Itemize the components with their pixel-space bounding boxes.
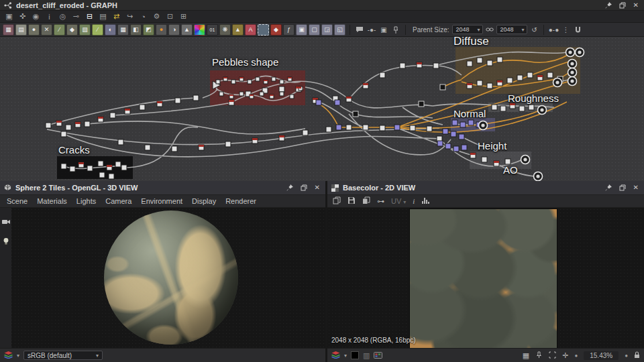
gradient-map-node-icon[interactable]: ▧ xyxy=(79,24,91,36)
comment-icon[interactable] xyxy=(354,24,365,35)
reset-size-icon[interactable]: ↺ xyxy=(529,24,539,35)
lock-icon[interactable] xyxy=(634,351,640,360)
grid-icon[interactable]: ▦ xyxy=(523,351,529,360)
duplicate-view-icon[interactable] xyxy=(333,196,341,206)
center-view-icon[interactable]: ✛ xyxy=(562,351,568,360)
transform-node-icon[interactable] xyxy=(258,24,269,36)
camera-icon[interactable] xyxy=(2,216,10,228)
menu-camera[interactable]: Camera xyxy=(105,197,131,205)
pan-tool-icon[interactable]: ✜ xyxy=(17,11,28,21)
view3d-viewport[interactable] xyxy=(0,208,325,348)
copy-icon[interactable] xyxy=(362,196,370,206)
pin-icon[interactable] xyxy=(286,184,293,191)
mirror-node-icon[interactable]: ◐ xyxy=(105,24,116,36)
info-tool-icon[interactable]: i xyxy=(44,11,55,21)
restore-icon[interactable] xyxy=(301,184,307,191)
basecolor-texture-image[interactable] xyxy=(409,208,557,348)
sharpen-node-icon[interactable]: ◆ xyxy=(66,24,78,36)
shape-node-icon[interactable]: ◧ xyxy=(130,24,142,36)
text-node-icon[interactable]: A xyxy=(245,24,256,36)
zoom-tool-icon[interactable]: ◎ xyxy=(57,11,68,21)
chevron-down-icon[interactable]: ▾ xyxy=(17,353,19,359)
function-node-icon[interactable]: ƒ xyxy=(283,24,294,36)
channels-icon[interactable] xyxy=(331,349,340,361)
frame4-node-icon[interactable]: ◱ xyxy=(334,24,345,36)
parallel-links-icon[interactable]: ⇄ xyxy=(111,11,122,21)
menu-materials[interactable]: Materials xyxy=(37,197,67,205)
menu-lights[interactable]: Lights xyxy=(76,197,96,205)
tile-node-icon[interactable]: ▦ xyxy=(117,24,129,36)
screenshot-icon[interactable]: ◉ xyxy=(30,11,42,21)
image-frame-icon[interactable]: ▣ xyxy=(378,24,389,35)
menu-scene[interactable]: Scene xyxy=(7,197,28,205)
bitmap-node-icon[interactable]: ▦ xyxy=(3,24,14,36)
node-view-icon[interactable]: ⊟ xyxy=(84,11,95,21)
background-color-swatch[interactable] xyxy=(351,351,359,359)
pin-icon[interactable] xyxy=(605,184,612,191)
histogram-node-icon[interactable]: ▲ xyxy=(181,24,193,36)
svg-node-icon[interactable]: ▤ xyxy=(15,24,27,36)
pin-icon[interactable] xyxy=(605,2,612,9)
chevron-down-icon[interactable]: ▾ xyxy=(344,353,347,359)
directional-warp-node-icon[interactable]: ✕ xyxy=(41,24,52,36)
view2d-viewport[interactable]: 2048 x 2048 (RGBA, 16bpc) xyxy=(327,208,644,348)
info-icon[interactable]: i xyxy=(413,197,415,205)
timer-icon[interactable]: ◔ xyxy=(138,11,149,21)
fill-node-icon[interactable]: ◆ xyxy=(270,24,282,36)
link-size-icon[interactable] xyxy=(484,24,495,35)
link-dots-icon[interactable]: ●‑● xyxy=(548,24,559,35)
material-preview-sphere[interactable] xyxy=(104,210,238,345)
close-icon[interactable]: ✕ xyxy=(633,2,639,9)
lightbulb-icon[interactable] xyxy=(3,236,9,248)
blur-node-icon[interactable]: ● xyxy=(28,24,40,36)
graph-canvas[interactable]: Pebbles shape Cracks Diffuse Roughness N… xyxy=(0,37,644,181)
fit-view-icon[interactable] xyxy=(535,351,543,360)
grid-snap-icon[interactable]: ⊞ xyxy=(178,11,189,21)
vertical-dots-icon[interactable]: ⋮ xyxy=(560,24,571,35)
close-icon[interactable]: ✕ xyxy=(633,184,639,191)
frame-pebbles-shape[interactable] xyxy=(210,70,305,105)
monitor-icon[interactable] xyxy=(374,349,382,361)
zoom-in-icon[interactable]: ● xyxy=(625,353,628,359)
color-layers-icon[interactable] xyxy=(4,349,13,361)
restore-icon[interactable] xyxy=(619,2,626,9)
frame2-node-icon[interactable]: ▢ xyxy=(309,24,320,36)
colorspace-select[interactable]: sRGB (default)▾ xyxy=(23,351,103,360)
menu-environment[interactable]: Environment xyxy=(141,197,182,205)
tools-icon[interactable]: ⚙ xyxy=(151,11,162,21)
splatter-node-icon[interactable]: ❋ xyxy=(219,24,231,36)
frame3-node-icon[interactable]: ◲ xyxy=(321,24,333,36)
window-icon[interactable]: ▤ xyxy=(97,11,109,21)
color-wheel-node-icon[interactable] xyxy=(194,24,205,36)
histogram-icon[interactable] xyxy=(421,197,429,206)
zoom-level[interactable]: 15.43% xyxy=(584,351,619,360)
dot-node-icon[interactable]: -●- xyxy=(366,24,377,35)
curve-node-icon[interactable]: ∕ xyxy=(54,24,65,36)
halftone-node-icon[interactable]: ◑ xyxy=(168,24,180,36)
uv-toggle[interactable]: UV ▾ xyxy=(391,197,406,205)
select-tool-icon[interactable]: ▣ xyxy=(3,11,15,21)
close-icon[interactable]: ✕ xyxy=(315,184,320,191)
snap-magnet-icon[interactable] xyxy=(572,24,583,35)
save-icon[interactable] xyxy=(347,196,356,206)
parent-size-select[interactable]: 2048▾ xyxy=(452,25,483,34)
zoom-out-icon[interactable]: ● xyxy=(574,353,578,359)
graph-frames[interactable] xyxy=(57,47,580,179)
flood-fill-node-icon[interactable]: ◩ xyxy=(143,24,154,36)
tiling-icon[interactable]: ▥ xyxy=(363,351,370,360)
elbow-links-icon[interactable]: ↪ xyxy=(124,11,136,21)
menu-display[interactable]: Display xyxy=(192,197,216,205)
link-node-icon[interactable]: ⊶ xyxy=(377,197,384,206)
restore-icon[interactable] xyxy=(619,184,626,191)
output-size-select[interactable]: 2048▾ xyxy=(496,25,527,34)
fx-map-node-icon[interactable]: 01 xyxy=(207,24,218,36)
slope-blur-node-icon[interactable]: ∕ xyxy=(92,24,103,36)
frame-view-icon[interactable] xyxy=(549,351,556,360)
pushpin-icon[interactable] xyxy=(390,24,401,35)
frame-node-icon[interactable]: ▣ xyxy=(296,24,307,36)
gradient-node-icon[interactable]: ▲ xyxy=(232,24,244,36)
preview-icon[interactable]: ⊡ xyxy=(164,11,176,21)
cut-links-icon[interactable]: ⊸ xyxy=(70,11,82,21)
menu-renderer[interactable]: Renderer xyxy=(225,197,256,205)
pixel-processor-node-icon[interactable]: ● xyxy=(156,24,167,36)
